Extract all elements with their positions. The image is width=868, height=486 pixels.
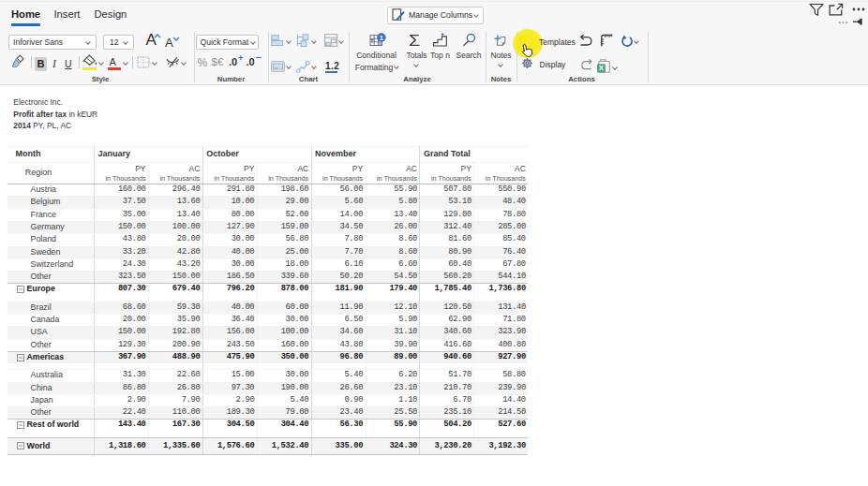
svg-text:X: X: [599, 65, 604, 71]
svg-text:1: 1: [379, 34, 382, 42]
